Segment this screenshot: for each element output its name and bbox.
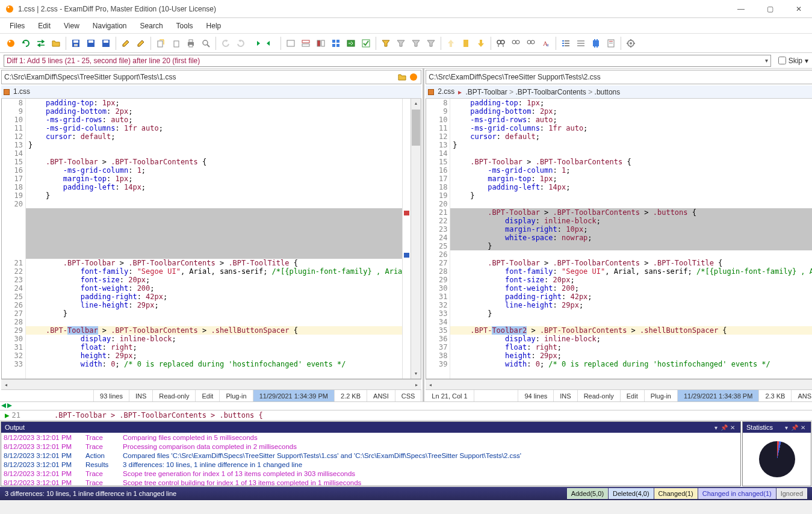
close-button[interactable]: ✕ <box>790 3 807 15</box>
svg-rect-52 <box>609 43 613 43</box>
stats-body <box>743 433 811 486</box>
sync-icon[interactable] <box>344 36 358 51</box>
bookmark-icon[interactable] <box>459 36 473 51</box>
save-left-icon[interactable] <box>84 36 98 51</box>
copy-left-icon[interactable] <box>153 36 168 51</box>
nav-arrows[interactable] <box>0 401 812 410</box>
stats-pie-chart[interactable] <box>759 441 795 477</box>
save-right-icon[interactable] <box>99 36 113 51</box>
merge-preview: 21 .BPT-Toolbar > .BPT-ToolbarContents >… <box>0 410 812 421</box>
main-toolbar: Aa <box>0 34 812 53</box>
next-diff-icon[interactable] <box>249 36 263 51</box>
panel-close-icon[interactable]: ✕ <box>799 424 807 431</box>
edit-right-icon[interactable] <box>134 36 148 51</box>
left-mode[interactable]: Edit <box>196 390 220 401</box>
plugin-icon[interactable] <box>589 36 603 51</box>
svg-rect-12 <box>174 41 179 47</box>
report-icon[interactable] <box>604 36 618 51</box>
menu-tools[interactable]: Tools <box>170 20 199 32</box>
undo-icon[interactable] <box>218 36 233 51</box>
svg-point-1 <box>8 6 10 8</box>
view-vert-icon[interactable] <box>314 36 328 51</box>
open-folder-icon[interactable] <box>49 36 63 51</box>
list-icon[interactable] <box>559 36 573 51</box>
find-prev-icon[interactable] <box>524 36 538 51</box>
file-tab-icon <box>4 89 10 95</box>
prev-diff-icon[interactable] <box>264 36 278 51</box>
open-file-icon[interactable] <box>397 72 407 82</box>
badge-changed[interactable]: Changed(1) <box>654 488 698 499</box>
svg-rect-18 <box>287 40 294 46</box>
diff-combobox[interactable]: Diff 1: Add 5 lines (21 - 25, second fil… <box>4 55 771 67</box>
new-compare-icon[interactable] <box>4 36 18 51</box>
minimize-button[interactable]: — <box>733 3 749 15</box>
panel-close-icon[interactable]: ✕ <box>728 424 737 431</box>
settings-icon[interactable] <box>624 36 638 51</box>
right-hscroll[interactable] <box>426 379 812 389</box>
right-code-area[interactable]: 8910111213141516171819202122232425262728… <box>426 99 812 379</box>
up-icon[interactable] <box>444 36 458 51</box>
left-code[interactable]: padding-top: 1px; padding-bottom: 2px; -… <box>26 99 402 379</box>
menu-search[interactable]: Search <box>134 20 169 32</box>
save-icon[interactable] <box>69 36 83 51</box>
maximize-button[interactable]: ▢ <box>761 3 778 15</box>
filter2-icon[interactable] <box>394 36 408 51</box>
font-icon[interactable]: Aa <box>539 36 553 51</box>
output-body[interactable]: 8/12/2023 3:12:01 PMTraceComparing files… <box>1 433 740 486</box>
recompare-icon[interactable] <box>19 36 33 51</box>
find-next-icon[interactable] <box>509 36 523 51</box>
left-tab[interactable]: 1.css <box>13 87 30 97</box>
down-icon[interactable] <box>474 36 488 51</box>
panel-pin-icon[interactable]: 📌 <box>720 424 728 431</box>
panel-dropdown-icon[interactable]: ▾ <box>782 424 790 431</box>
menu-files[interactable]: Files <box>4 20 31 32</box>
svg-rect-49 <box>593 40 599 46</box>
menu-view[interactable]: View <box>58 20 85 32</box>
badge-deleted[interactable]: Deleted(4,0) <box>609 488 654 499</box>
filter4-icon[interactable] <box>424 36 438 51</box>
skip-checkbox[interactable] <box>778 57 786 64</box>
badge-changed-in-changed[interactable]: Changed in changed(1) <box>698 488 776 499</box>
svg-point-16 <box>203 40 208 45</box>
preview-icon[interactable] <box>199 36 213 51</box>
badge-added[interactable]: Added(5,0) <box>567 488 608 499</box>
checkbox-icon[interactable] <box>359 36 373 51</box>
view-single-icon[interactable] <box>284 36 298 51</box>
svg-rect-20 <box>302 44 309 46</box>
panel-dropdown-icon[interactable]: ▾ <box>711 424 720 431</box>
swap-icon[interactable] <box>34 36 48 51</box>
filter3-icon[interactable] <box>409 36 423 51</box>
left-code-area[interactable]: 8910111213141516171819202122232425262728… <box>1 99 421 379</box>
view-grid-icon[interactable] <box>329 36 343 51</box>
right-lines: 94 lines <box>518 390 554 401</box>
redo-icon[interactable] <box>234 36 248 51</box>
left-vscroll[interactable] <box>411 99 421 379</box>
badge-ignored[interactable]: Ignored <box>776 488 807 499</box>
right-enc: ANSI <box>792 390 812 401</box>
menu-help[interactable]: Help <box>200 20 228 32</box>
right-tab[interactable]: 2.css <box>438 87 454 97</box>
left-minimap[interactable] <box>402 99 411 379</box>
print-icon[interactable] <box>184 36 198 51</box>
skip-checkbox-label[interactable]: Skip ▾ <box>778 57 808 65</box>
left-status: 93 lines INS Read-only Edit Plug-in 11/2… <box>1 389 421 401</box>
left-hscroll[interactable] <box>1 379 421 389</box>
stats-header: Statistics ▾ 📌 ✕ <box>743 422 811 433</box>
menu-navigation[interactable]: Navigation <box>87 20 133 32</box>
lines-icon[interactable] <box>574 36 588 51</box>
svg-rect-44 <box>562 45 564 46</box>
view-horiz-icon[interactable] <box>299 36 313 51</box>
svg-rect-15 <box>189 45 193 47</box>
svg-rect-42 <box>562 43 564 44</box>
svg-rect-11 <box>158 41 163 47</box>
right-mode[interactable]: Edit <box>621 390 645 401</box>
panel-pin-icon[interactable]: 📌 <box>790 424 799 431</box>
filter-icon[interactable] <box>379 36 393 51</box>
breadcrumb[interactable]: .BPT-Toolbar > .BPT-ToolbarContents > .b… <box>465 88 620 96</box>
find-icon[interactable] <box>494 36 508 51</box>
right-code[interactable]: padding-top: 1px; padding-bottom: 2px; -… <box>450 99 812 379</box>
edit-left-icon[interactable] <box>119 36 133 51</box>
copy-right-icon[interactable] <box>169 36 183 51</box>
app-small-icon[interactable] <box>409 72 418 82</box>
menu-edit[interactable]: Edit <box>32 20 57 32</box>
